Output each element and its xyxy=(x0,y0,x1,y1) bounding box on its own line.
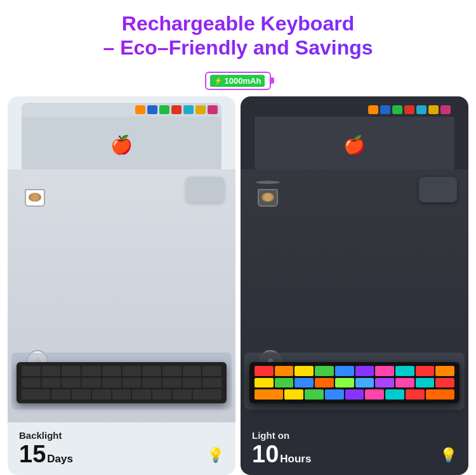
cup-body xyxy=(25,189,45,207)
key xyxy=(152,389,171,400)
panel-lighton-image: 🍎 🕐 xyxy=(241,96,468,422)
key xyxy=(255,389,283,400)
key xyxy=(416,378,435,388)
key xyxy=(162,378,182,388)
key xyxy=(335,378,354,388)
key xyxy=(102,378,121,388)
apple-logo-left: 🍎 xyxy=(110,134,133,155)
footer-value-left: 15 Days xyxy=(19,442,73,466)
footer-label-right: Light on xyxy=(252,430,311,441)
footer-value-right: 10 Hours xyxy=(252,442,311,466)
footer-text-right: Light on 10 Hours xyxy=(252,430,311,466)
key xyxy=(22,378,41,388)
taskbar-icon xyxy=(135,105,145,114)
key xyxy=(183,366,202,376)
page-container: Rechargeable Keyboard – Eco–Friendly and… xyxy=(0,0,476,475)
footer-label-left: Backlight xyxy=(19,430,73,441)
taskbar-icon xyxy=(428,105,439,114)
taskbar-icon xyxy=(392,105,402,114)
taskbar-icon xyxy=(380,105,390,114)
key xyxy=(112,389,131,400)
taskbar-icon xyxy=(183,105,194,114)
title-line2: – Eco–Friendly and Savings xyxy=(103,36,373,59)
panel-footer-right: Light on 10 Hours 💡 xyxy=(241,422,468,475)
monitor-screen-right: 🍎 xyxy=(255,117,455,172)
taskbar-icon xyxy=(147,105,157,114)
key xyxy=(102,366,121,376)
key xyxy=(22,366,41,376)
key xyxy=(325,389,344,400)
key xyxy=(294,378,314,388)
key xyxy=(82,378,101,388)
footer-number-left: 15 xyxy=(19,442,46,466)
key-row-rainbow-2 xyxy=(255,378,454,388)
key xyxy=(355,378,374,388)
key xyxy=(294,366,314,376)
cup-saucer xyxy=(23,181,47,184)
key xyxy=(122,366,142,376)
taskbar-right xyxy=(255,103,455,117)
key xyxy=(255,378,274,388)
key xyxy=(426,389,454,400)
taskbar-icon xyxy=(404,105,414,114)
footer-unit-left: Days xyxy=(47,453,73,465)
panel-footer-left: Backlight 15 Days 💡 xyxy=(8,422,235,475)
key xyxy=(193,389,221,400)
taskbar-icon xyxy=(195,105,206,114)
key xyxy=(335,366,354,376)
key xyxy=(315,366,334,376)
taskbar-icon xyxy=(159,105,169,114)
key xyxy=(255,366,274,376)
key xyxy=(62,366,81,376)
key xyxy=(142,378,161,388)
panel-light-on: 🍎 🕐 xyxy=(241,96,468,475)
key xyxy=(435,366,454,376)
key xyxy=(82,366,101,376)
battery-text: 1000mAh xyxy=(225,76,261,86)
key xyxy=(42,378,61,388)
key xyxy=(275,378,294,388)
key xyxy=(406,389,425,400)
taskbar-icon xyxy=(416,105,426,114)
monitor-left: 🍎 xyxy=(22,103,222,172)
taskbar-icon xyxy=(440,105,451,114)
battery-inner: ⚡ 1000mAh xyxy=(210,75,265,87)
key xyxy=(315,378,334,388)
key xyxy=(132,389,151,400)
key xyxy=(42,366,61,376)
key xyxy=(51,389,70,400)
coffee-cup-left xyxy=(22,181,48,205)
battery-badge: ⚡ 1000mAh xyxy=(205,72,272,90)
monitor-screen-left: 🍎 xyxy=(22,117,222,172)
taskbar-icon xyxy=(208,105,218,114)
key-row-rainbow-1 xyxy=(255,366,454,376)
key xyxy=(395,366,414,376)
key xyxy=(92,389,111,400)
key xyxy=(275,366,294,376)
key xyxy=(305,389,324,400)
key-row xyxy=(22,366,221,376)
key xyxy=(173,389,192,400)
key xyxy=(355,366,374,376)
key xyxy=(365,389,384,400)
main-title: Rechargeable Keyboard – Eco–Friendly and… xyxy=(103,11,373,60)
key xyxy=(375,378,394,388)
footer-text-left: Backlight 15 Days xyxy=(19,430,73,466)
key xyxy=(395,378,414,388)
keyboard-left xyxy=(17,362,227,403)
panel-backlight: 🍎 🕐 xyxy=(8,96,235,475)
key xyxy=(202,378,221,388)
key-row-rainbow-3 xyxy=(255,389,454,400)
title-section: Rechargeable Keyboard – Eco–Friendly and… xyxy=(90,0,385,96)
cup-coffee-dark xyxy=(261,193,274,202)
key xyxy=(375,366,394,376)
key xyxy=(202,366,221,376)
keyboard-keys-left xyxy=(17,362,227,403)
keyboard-right xyxy=(249,362,459,403)
taskbar-icon xyxy=(368,105,378,114)
cup-coffee xyxy=(29,193,41,202)
taskbar-icon xyxy=(171,105,182,114)
keyboard-keys-right xyxy=(249,362,459,403)
cup-body-dark xyxy=(258,189,278,207)
key-row xyxy=(22,378,221,388)
